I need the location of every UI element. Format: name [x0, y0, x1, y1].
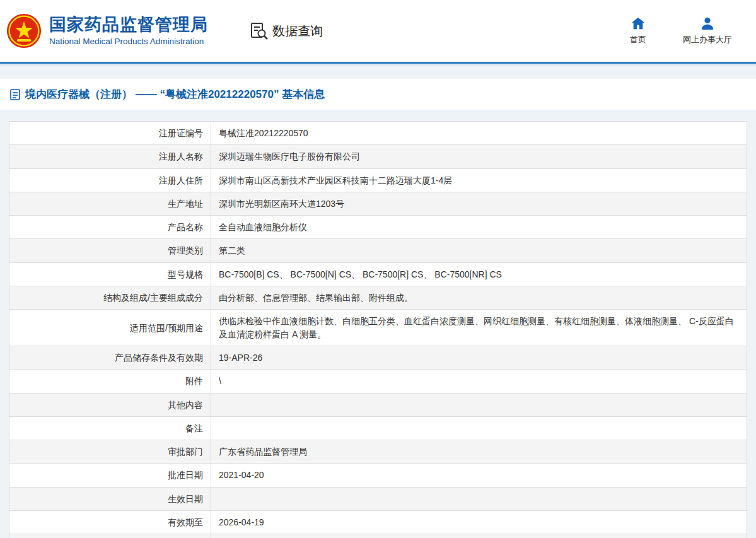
table-row-change-status: 变更情况 — [9, 534, 747, 538]
row-value: 全自动血液细胞分析仪 — [211, 216, 747, 239]
table-row-storage-validity: 产品储存条件及有效期 19-APR-26 — [9, 346, 747, 369]
data-query-tab[interactable]: 数据查询 — [250, 21, 323, 40]
row-label: 生效日期 — [9, 487, 211, 510]
row-label: 审批部门 — [9, 440, 211, 464]
row-label: 其他内容 — [9, 393, 211, 416]
row-value: 广东省药品监督管理局 — [211, 440, 747, 464]
clipboard-icon — [10, 89, 20, 100]
home-icon — [631, 16, 645, 30]
table-row-approval-date: 批准日期 2021-04-20 — [9, 464, 747, 487]
top-nav: 首页 网上办事大厅 — [630, 16, 732, 45]
row-label: 注册证编号 — [9, 122, 211, 145]
table-row-intended-use: 适用范围/预期用途 供临床检验中作血液细胞计数、白细胞五分类、血红蛋白浓度测量、… — [9, 310, 747, 346]
org-name-cn: 国家药品监督管理局 — [49, 15, 208, 35]
nav-service-hall-label: 网上办事大厅 — [683, 34, 732, 45]
table-row-other-content: 其他内容 — [9, 393, 747, 416]
nav-service-hall[interactable]: 网上办事大厅 — [683, 16, 732, 45]
data-query-label: 数据查询 — [272, 23, 323, 40]
row-label: 型号规格 — [9, 262, 211, 286]
brand-text: 国家药品监督管理局 National Medical Products Admi… — [49, 15, 208, 47]
page-title-bar: 境内医疗器械（注册） —— “粤械注准20212220570” 基本信息 — [0, 79, 756, 110]
table-row-production-address: 生产地址 深圳市光明新区南环大道1203号 — [9, 192, 747, 215]
row-label: 产品储存条件及有效期 — [9, 346, 211, 369]
row-label: 批准日期 — [9, 464, 211, 487]
table-row-expiry-date: 有效期至 2026-04-19 — [9, 511, 747, 534]
site-header: 国家药品监督管理局 National Medical Products Admi… — [0, 0, 756, 64]
nav-home[interactable]: 首页 — [630, 16, 646, 45]
table-row-product-name: 产品名称 全自动血液细胞分析仪 — [9, 216, 747, 239]
row-label: 生产地址 — [9, 192, 211, 215]
table-row-registrant-address: 注册人住所 深圳市南山区高新技术产业园区科技南十二路迈瑞大厦1-4层 — [9, 168, 747, 192]
row-value: 供临床检验中作血液细胞计数、白细胞五分类、血红蛋白浓度测量、网织红细胞测量、有核… — [211, 310, 747, 346]
row-value: 由分析部、信息管理部、结果输出部、附件组成。 — [211, 286, 747, 310]
table-row-effective-date: 生效日期 — [9, 487, 747, 510]
row-label: 注册人名称 — [9, 145, 211, 168]
row-value: BC-7500[B] CS、 BC-7500[N] CS、 BC-7500[R]… — [211, 262, 747, 286]
row-label: 适用范围/预期用途 — [9, 310, 211, 346]
row-value — [211, 487, 747, 510]
row-value — [211, 393, 747, 416]
row-value: \ — [211, 370, 747, 393]
row-value: 深圳市南山区高新技术产业园区科技南十二路迈瑞大厦1-4层 — [211, 168, 747, 192]
row-value: 粤械注准20212220570 — [211, 122, 747, 145]
row-value: 19-APR-26 — [211, 346, 747, 369]
table-row-management-class: 管理类别 第二类 — [9, 239, 747, 262]
document-search-icon — [250, 21, 269, 40]
table-row-model-spec: 型号规格 BC-7500[B] CS、 BC-7500[N] CS、 BC-75… — [9, 262, 747, 286]
table-row-approval-dept: 审批部门 广东省药品监督管理局 — [9, 440, 747, 464]
row-value: 第二类 — [211, 239, 747, 262]
row-label: 附件 — [9, 370, 211, 393]
org-name-en: National Medical Products Administration — [49, 37, 208, 47]
page-title: 境内医疗器械（注册） —— “粤械注准20212220570” 基本信息 — [25, 87, 325, 102]
table-row-structure: 结构及组成/主要组成成分 由分析部、信息管理部、结果输出部、附件组成。 — [9, 286, 747, 310]
nmpa-emblem-icon — [6, 13, 42, 49]
row-value: 2021-04-20 — [211, 464, 747, 487]
brand: 国家药品监督管理局 National Medical Products Admi… — [6, 13, 208, 49]
row-value: 深圳迈瑞生物医疗电子股份有限公司 — [211, 145, 747, 168]
table-row-remark: 备注 — [9, 416, 747, 440]
row-value — [211, 416, 747, 440]
row-label: 结构及组成/主要组成成分 — [9, 286, 211, 310]
nav-home-label: 首页 — [630, 34, 646, 45]
row-label: 备注 — [9, 416, 211, 440]
row-label: 管理类别 — [9, 239, 211, 262]
table-row-attachment: 附件 \ — [9, 370, 747, 393]
row-label: 变更情况 — [9, 534, 211, 538]
row-value — [211, 534, 747, 538]
row-label: 产品名称 — [9, 216, 211, 239]
row-label: 注册人住所 — [9, 168, 211, 192]
person-icon — [701, 16, 714, 30]
registration-info-table: 注册证编号 粤械注准20212220570 注册人名称 深圳迈瑞生物医疗电子股份… — [9, 121, 747, 538]
table-row-registrant-name: 注册人名称 深圳迈瑞生物医疗电子股份有限公司 — [9, 145, 747, 168]
row-value: 深圳市光明新区南环大道1203号 — [211, 192, 747, 215]
row-label: 有效期至 — [9, 511, 211, 534]
info-table-wrap: 注册证编号 粤械注准20212220570 注册人名称 深圳迈瑞生物医疗电子股份… — [9, 121, 747, 538]
row-value: 2026-04-19 — [211, 511, 747, 534]
table-row-cert-number: 注册证编号 粤械注准20212220570 — [9, 122, 747, 145]
